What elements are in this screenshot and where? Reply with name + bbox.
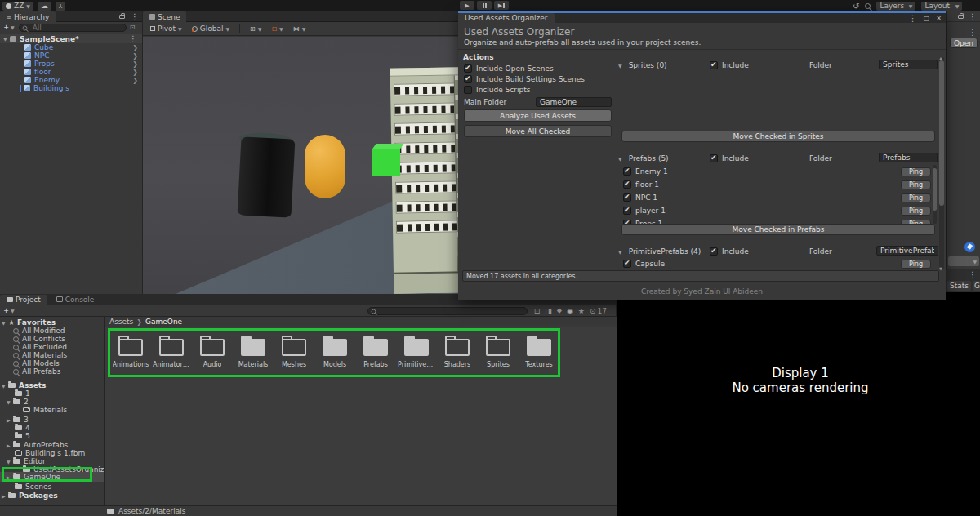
create-asset-button[interactable]: ＋ [2, 305, 10, 316]
ping-button[interactable]: Ping [901, 194, 931, 202]
component-menu-icon[interactable]: ⋮ [969, 28, 977, 37]
tab-used-assets-organizer[interactable]: Used Assets Organizer [458, 13, 555, 23]
tree-folder[interactable]: Scenes [0, 483, 104, 491]
folder-item[interactable]: Audio [193, 331, 232, 368]
layout-dropdown[interactable]: Layout▼ [921, 2, 962, 11]
tree-folder[interactable]: 1 [0, 389, 104, 398]
breadcrumb-root[interactable]: Assets [109, 318, 133, 326]
checkbox-include-scripts[interactable]: Include Scripts [464, 83, 530, 96]
create-dropdown-icon[interactable]: ▼ [11, 24, 15, 30]
packages-root[interactable]: ▶Packages [0, 492, 104, 500]
hierarchy-item-props[interactable]: Props ❯ [0, 60, 142, 68]
ping-button[interactable]: Ping [901, 207, 931, 216]
favorite-icon[interactable]: ★ [578, 307, 585, 315]
include-checkbox[interactable] [710, 154, 718, 162]
asset-store-icon[interactable]: ◨ [545, 307, 552, 315]
hidden-count[interactable]: ⊙17 [590, 307, 607, 315]
move-all-button[interactable]: Move All Checked [464, 125, 612, 137]
folder-item[interactable]: Animations [111, 331, 150, 368]
snap-dropdown[interactable]: ⋈▼ [290, 24, 310, 33]
favorite-item[interactable]: All Excluded [0, 343, 104, 351]
inspector-lock-icon[interactable] [958, 15, 964, 19]
checkbox-icon[interactable] [464, 64, 472, 73]
gizmos-button[interactable]: Giz [973, 281, 980, 291]
move-checked-sprites-button[interactable]: Move Checked in Sprites [621, 131, 935, 142]
tab-project[interactable]: Project [0, 295, 47, 305]
folder-item[interactable]: Sprites [479, 331, 518, 368]
tab-scene[interactable]: Scene [143, 11, 186, 22]
assets-root[interactable]: ▼Assets [0, 381, 104, 389]
tab-hierarchy[interactable]: ≡ Hierarchy [0, 11, 56, 22]
inspector-menu-icon[interactable]: ⋮ [969, 12, 977, 21]
hierarchy-item-building[interactable]: Building s [0, 84, 142, 92]
scene-menu-icon[interactable]: ⋮ [129, 34, 137, 43]
preset-icon[interactable] [964, 242, 975, 252]
checkbox-icon[interactable] [464, 75, 472, 83]
folder-item[interactable]: Textures [519, 331, 559, 368]
analyze-button[interactable]: Analyze Used Assets [464, 109, 612, 122]
favorites-header[interactable]: ▼★Favorites [0, 318, 104, 327]
include-checkbox[interactable] [710, 247, 718, 256]
move-checked-prefabs-button[interactable]: Move Checked in Prefabs [621, 224, 935, 235]
main-folder-input[interactable] [536, 97, 612, 107]
undo-history-icon[interactable]: ↺ [853, 2, 859, 11]
hierarchy-item-npc[interactable]: NPC ❯ [0, 51, 142, 60]
prefab-row[interactable]: player 1 Ping [623, 204, 933, 217]
cloud-button[interactable]: ☁ [38, 2, 51, 11]
label-icon[interactable]: ⬥ [557, 306, 562, 315]
global-dropdown[interactable]: Global▼ [189, 24, 233, 33]
favorite-item[interactable]: All Conflicts [0, 335, 104, 343]
folder-item[interactable]: AnimatorC... [152, 331, 191, 368]
row-checkbox[interactable] [623, 194, 631, 202]
tree-folder[interactable]: Materials [0, 406, 104, 414]
primitiveprefabs-folder-input[interactable] [876, 246, 938, 256]
prefab-row[interactable]: NPC 1 Ping [623, 191, 933, 204]
folder-item[interactable]: Materials [234, 331, 273, 368]
prefab-row[interactable]: floor 1 Ping [623, 178, 933, 191]
primitive-row[interactable]: Capsule Ping [623, 257, 933, 270]
row-checkbox[interactable] [623, 260, 631, 268]
sprites-folder-input[interactable] [879, 60, 938, 69]
ping-button[interactable]: Ping [901, 260, 931, 269]
prefab-row[interactable]: Props 1 Ping [623, 217, 933, 224]
search-icon[interactable] [865, 3, 871, 9]
window-scrollbar[interactable]: ▲ ▼ [939, 57, 944, 269]
folder-item[interactable]: Models [315, 331, 354, 368]
create-button[interactable]: ＋ [2, 22, 10, 33]
grid-visibility-dropdown[interactable]: ⊞▼ [247, 24, 265, 33]
folder-item[interactable]: Prefabs [356, 331, 395, 368]
hierarchy-item-floor[interactable]: floor ❯ [0, 68, 142, 76]
tree-folder[interactable]: ▶AutoPrefabs [0, 441, 104, 449]
layers-dropdown[interactable]: Layers▼ [876, 2, 915, 11]
folder-item[interactable]: PrimitivePr... [397, 331, 436, 368]
tab-console[interactable]: Console [50, 294, 101, 305]
hierarchy-search-input[interactable] [19, 24, 127, 32]
hierarchy-item-cube[interactable]: Cube ❯ [0, 43, 142, 51]
tree-folder[interactable]: 4 [0, 424, 104, 432]
assetbundle-dropdown[interactable]: ▼ [948, 256, 979, 266]
hierarchy-item-enemy[interactable]: Enemy ❯ [0, 76, 142, 84]
prefab-row[interactable]: Enemy 1 Ping [623, 165, 933, 178]
stats-button[interactable]: Stats [947, 281, 971, 291]
tree-folder[interactable]: Building s 1.fbm [0, 449, 104, 457]
version-control-button[interactable]: Y [56, 2, 65, 11]
include-checkbox[interactable] [710, 61, 718, 69]
lock-icon[interactable] [119, 15, 125, 19]
tree-folder[interactable]: ▼Editor [0, 457, 104, 465]
list-scrollbar[interactable] [933, 165, 937, 224]
pivot-dropdown[interactable]: Pivot▼ [147, 24, 185, 33]
tree-folder[interactable]: ▼2 [0, 398, 104, 406]
maximize-icon[interactable]: ▢ [924, 15, 930, 22]
row-checkbox[interactable] [623, 180, 631, 189]
prefabs-folder-input[interactable] [879, 153, 938, 162]
hierarchy-scene-row[interactable]: ▼ SampleScene* ⋮ [0, 34, 142, 43]
row-checkbox[interactable] [623, 167, 631, 176]
close-icon[interactable]: ✕ [936, 15, 942, 22]
search-by-type-icon[interactable]: ⊡ [534, 307, 541, 315]
favorite-item[interactable]: All Modified [0, 327, 104, 335]
search-filter-icon[interactable]: ⊡ [130, 24, 136, 31]
play-button[interactable]: ▶ [460, 1, 474, 10]
tree-folder[interactable]: ▶3 [0, 416, 104, 424]
row-checkbox[interactable] [623, 207, 631, 215]
snap-increment-dropdown[interactable]: ⊟▼ [268, 24, 286, 33]
